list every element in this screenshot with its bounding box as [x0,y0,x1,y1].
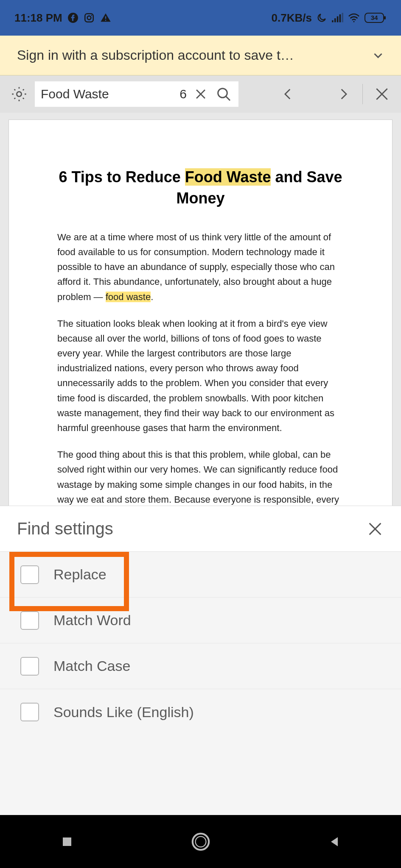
checkbox[interactable] [20,703,39,721]
battery-icon: 34 [365,12,387,23]
network-speed: 0.7KB/s [272,11,312,25]
wifi-icon [348,13,360,23]
find-settings-panel: Find settings Replace Match Word Match C… [0,506,401,815]
svg-rect-8 [337,17,339,22]
svg-text:34: 34 [371,14,378,21]
paragraph: The situation looks bleak when looking a… [57,316,344,436]
nav-home-button[interactable] [186,827,216,857]
app-screen: 11:18 PM 0.7KB/s 34 [0,0,401,815]
setting-label: Replace [53,566,107,583]
svg-rect-7 [334,18,336,22]
status-right: 0.7KB/s 34 [272,11,387,25]
find-next-button[interactable] [332,83,355,106]
settings-title: Find settings [17,519,113,538]
setting-label: Match Word [53,612,131,629]
android-navbar [0,815,401,868]
clear-icon[interactable] [193,83,209,106]
status-bar: 11:18 PM 0.7KB/s 34 [0,0,401,36]
facebook-icon [67,12,79,23]
settings-header: Find settings [0,506,401,552]
chevron-down-icon [370,47,387,64]
close-icon[interactable] [364,517,387,540]
title-highlight: Food Waste [185,168,271,186]
svg-point-18 [218,89,227,98]
setting-label: Match Case [53,658,130,674]
svg-point-26 [195,836,206,847]
status-time: 11:18 PM [14,11,62,25]
signal-icon [331,12,343,23]
find-close-button[interactable] [370,83,393,106]
search-icon[interactable] [215,83,233,106]
settings-list: Replace Match Word Match Case Sounds Lik… [0,552,401,815]
svg-point-15 [17,92,21,96]
text-highlight: food waste [106,292,151,302]
svg-point-3 [91,15,92,16]
svg-line-19 [226,97,230,100]
svg-rect-6 [332,20,334,22]
svg-rect-24 [63,837,71,846]
doc-title: 6 Tips to Reduce Food Waste and Save Mon… [57,167,344,209]
svg-rect-9 [339,14,341,22]
setting-row-sounds-like[interactable]: Sounds Like (English) [0,689,401,735]
nav-recent-button[interactable] [52,827,82,857]
moon-icon [316,12,327,23]
warning-icon [100,12,112,24]
svg-point-11 [353,21,354,22]
find-prev-button[interactable] [277,83,300,106]
checkbox[interactable] [20,611,39,630]
title-text: 6 Tips to Reduce [59,168,185,186]
svg-rect-10 [342,13,344,22]
checkbox[interactable] [20,657,39,676]
svg-rect-5 [105,20,106,21]
svg-point-2 [87,16,91,20]
nav-back-button[interactable] [320,827,349,857]
gear-icon[interactable] [8,83,31,106]
toolbar-divider [362,84,363,104]
status-left: 11:18 PM [14,11,112,25]
signin-banner[interactable]: Sign in with a subscription account to s… [0,36,401,75]
svg-rect-13 [384,16,386,19]
para-text: . [151,292,153,302]
find-input[interactable] [41,87,174,101]
find-input-box: 6 [35,81,238,107]
checkbox[interactable] [20,565,39,584]
para-text: We are at a time where most of us think … [57,232,335,302]
setting-row-replace[interactable]: Replace [0,552,401,598]
banner-text: Sign in with a subscription account to s… [17,47,370,63]
svg-rect-4 [105,17,106,19]
setting-label: Sounds Like (English) [53,704,194,721]
instagram-icon [84,12,95,23]
paragraph: We are at a time where most of us think … [57,230,344,304]
setting-row-match-case[interactable]: Match Case [0,643,401,689]
find-toolbar: 6 [0,75,401,113]
setting-row-match-word[interactable]: Match Word [0,598,401,643]
find-count: 6 [179,87,187,101]
